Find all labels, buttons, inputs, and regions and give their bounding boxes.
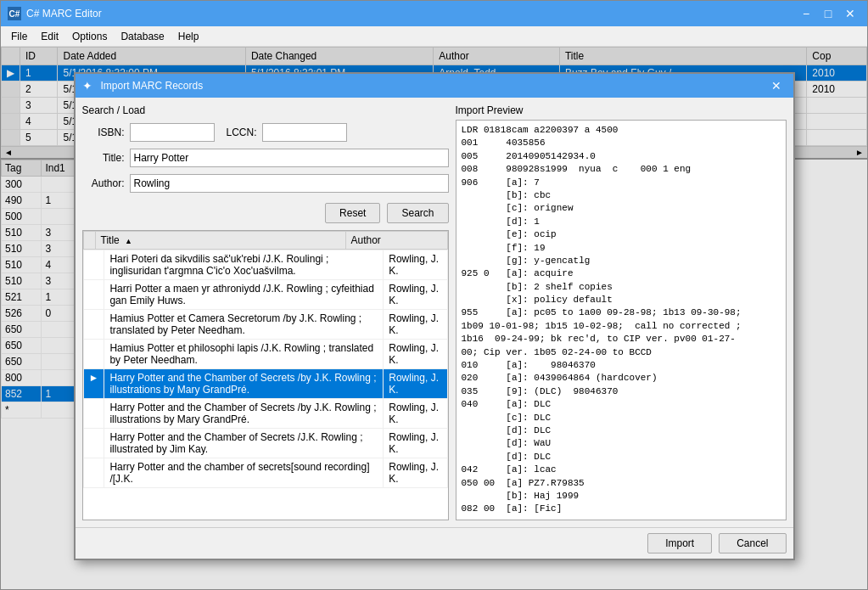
dialog-title-icon: ✦ xyxy=(82,79,92,93)
import-dialog: ✦ Import MARC Records ✕ Search / Load I xyxy=(74,72,795,560)
results-container: Title ▲ Author xyxy=(82,230,449,520)
author-row: Author: xyxy=(82,174,449,193)
window-title: C# MARC Editor xyxy=(26,8,102,20)
reset-button[interactable]: Reset xyxy=(325,203,380,223)
title-row: Title: xyxy=(82,149,449,167)
title-input[interactable] xyxy=(130,149,449,167)
close-button[interactable]: ✕ xyxy=(840,5,860,22)
import-button[interactable]: Import xyxy=(647,533,712,553)
cancel-button[interactable]: Cancel xyxy=(719,533,786,553)
preview-box[interactable]: LDR 01818cam a2200397 a 4500 001 4035856… xyxy=(456,120,787,520)
preview-label: Import Preview xyxy=(456,104,787,116)
author-label: Author: xyxy=(82,177,125,189)
results-table-body: Hari Poteri da sikvdilis sač'uk'rebi /J.… xyxy=(83,250,448,488)
menu-options[interactable]: Options xyxy=(65,29,114,44)
isbn-lccn-row: ISBN: LCCN: xyxy=(82,123,449,142)
results-col-title: Title ▲ xyxy=(95,232,345,250)
author-input[interactable] xyxy=(130,174,449,193)
search-button[interactable]: Search xyxy=(387,203,448,223)
app-icon: C# xyxy=(8,7,21,20)
main-window: C# C# MARC Editor − □ ✕ File Edit Option… xyxy=(0,0,868,590)
result-row[interactable]: Hamius Potter et Camera Secretorum /by J… xyxy=(83,310,447,340)
title-bar: C# C# MARC Editor − □ ✕ xyxy=(1,1,867,26)
result-row[interactable]: Hari Poteri da sikvdilis sač'uk'rebi /J.… xyxy=(83,250,447,280)
search-button-row: Reset Search xyxy=(82,203,449,223)
result-row[interactable]: Hamius Potter et philosophi lapis /J.K. … xyxy=(83,340,447,369)
dialog-bottom-buttons: Import Cancel xyxy=(76,527,793,559)
results-col-indicator xyxy=(83,232,95,250)
menu-edit[interactable]: Edit xyxy=(34,29,65,44)
title-label: Title: xyxy=(82,152,125,164)
main-content: ID Date Added Date Changed Author Title … xyxy=(1,47,867,589)
isbn-label: ISBN: xyxy=(82,126,125,138)
result-row[interactable]: Harry Potter and the Chamber of Secrets … xyxy=(83,429,447,458)
dialog-body: Search / Load ISBN: LCCN: Title: xyxy=(76,98,793,527)
dialog-title-text: Import MARC Records xyxy=(101,80,204,92)
search-load-label: Search / Load xyxy=(82,104,449,116)
menu-help[interactable]: Help xyxy=(171,29,206,44)
dialog-right-panel: Import Preview LDR 01818cam a2200397 a 4… xyxy=(456,104,787,520)
maximize-button[interactable]: □ xyxy=(818,5,838,22)
result-row[interactable]: Harry Potter and the Chamber of Secrets … xyxy=(83,399,447,429)
results-col-author: Author xyxy=(345,232,447,250)
lccn-label: LCCN: xyxy=(227,126,257,138)
dialog-left-panel: Search / Load ISBN: LCCN: Title: xyxy=(82,104,449,520)
isbn-input[interactable] xyxy=(130,123,215,142)
results-table: Title ▲ Author xyxy=(83,231,448,250)
lccn-input[interactable] xyxy=(262,123,347,142)
modal-overlay: ✦ Import MARC Records ✕ Search / Load I xyxy=(1,47,867,589)
menu-bar: File Edit Options Database Help xyxy=(1,26,867,47)
results-scroll[interactable]: Hari Poteri da sikvdilis sač'uk'rebi /J.… xyxy=(83,250,448,520)
minimize-button[interactable]: − xyxy=(796,5,816,22)
dialog-close-button[interactable]: ✕ xyxy=(766,77,787,94)
dialog-title-bar: ✦ Import MARC Records ✕ xyxy=(76,74,793,98)
menu-file[interactable]: File xyxy=(4,29,34,44)
menu-database[interactable]: Database xyxy=(114,29,171,44)
result-row[interactable]: ► Harry Potter and the Chamber of Secret… xyxy=(83,369,447,399)
result-row[interactable]: Harri Potter a maen yr athroniydd /J.K. … xyxy=(83,280,447,310)
result-row[interactable]: Harry Potter and the chamber of secrets[… xyxy=(83,458,447,488)
